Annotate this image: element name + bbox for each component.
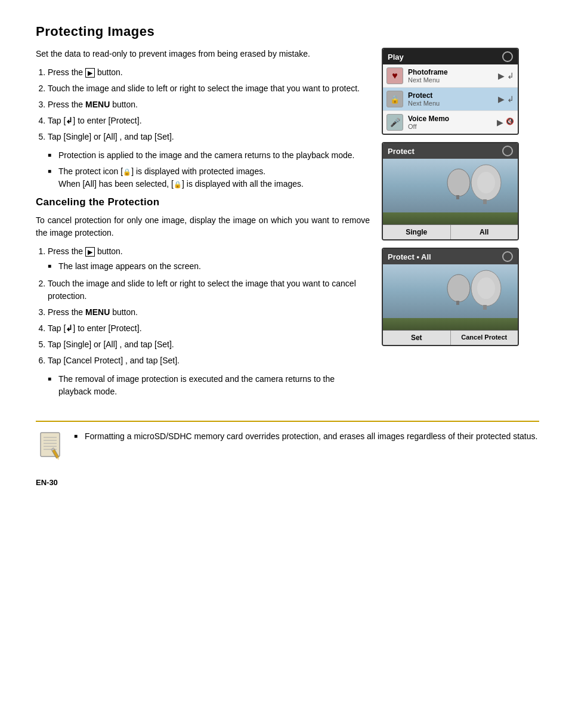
balloon-3 <box>470 269 503 310</box>
ground <box>383 212 518 224</box>
footer: EN-30 <box>36 478 539 487</box>
bullet-1-2: The protect icon [🔒] is displayed with p… <box>48 165 370 190</box>
step-1-4: Tap [↲] to enter [Protect]. <box>48 115 370 127</box>
photoframe-label: Photoframe <box>408 68 498 76</box>
bullets-list-2: The removal of image protection is execu… <box>48 373 370 398</box>
svg-rect-4 <box>456 195 459 199</box>
step-2-2: Touch the image and slide to left or rig… <box>48 277 370 303</box>
play-menu-row-3: 🎤 Voice Memo Off ▶ 🔇 <box>383 111 518 134</box>
play-menu-title: Play <box>388 53 404 61</box>
svg-point-1 <box>477 172 495 193</box>
step-1-1: Press the ▶ button. <box>48 66 370 79</box>
photoframe-arrows: ▶ ↲ <box>498 71 514 81</box>
bullet-screen: The last image appears on the screen. <box>48 260 370 273</box>
voice-memo-sub: Off <box>408 123 497 130</box>
step-1-3: Press the MENU button. <box>48 98 370 111</box>
step-2-5: Tap [Single] or [All] , and tap [Set]. <box>48 338 370 351</box>
step-2-3: Press the MENU button. <box>48 306 370 319</box>
svg-point-3 <box>447 169 470 196</box>
play-button-symbol-2: ▶ <box>85 247 95 257</box>
note-bullets: Formatting a microSD/SDHC memory card ov… <box>74 430 539 446</box>
steps-list-1: Press the ▶ button. Touch the image and … <box>48 66 370 143</box>
protect-label: Protect <box>408 91 498 100</box>
play-menu-row-2: 🔒 Protect Next Menu ▶ ↲ <box>383 88 518 111</box>
protect-screenshot: Protect <box>382 142 519 240</box>
svg-rect-7 <box>483 305 487 310</box>
svg-rect-9 <box>456 301 459 305</box>
protect-all-screenshot: Protect • All <box>382 248 519 346</box>
protect-all-header: Protect • All <box>383 249 518 264</box>
protect-icon: 🔒 <box>386 91 403 107</box>
set-button[interactable]: Set <box>383 331 451 345</box>
step-2-1: Press the ▶ button. The last image appea… <box>48 245 370 273</box>
protect-menu-title: Protect <box>388 147 415 156</box>
menu-circle-icon <box>502 51 513 62</box>
protect-circle-icon <box>502 146 513 156</box>
page-number: EN-30 <box>36 478 58 487</box>
photoframe-sub: Next Menu <box>408 76 498 84</box>
note-icon <box>36 430 66 460</box>
play-menu-header: Play <box>383 49 518 64</box>
voice-memo-text: Voice Memo Off <box>408 115 497 130</box>
bullets-list-1: Protection is applied to the image and t… <box>48 149 370 190</box>
note-text: Formatting a microSD/SDHC memory card ov… <box>74 430 539 443</box>
bullet-2-1: The removal of image protection is execu… <box>48 373 370 398</box>
section2-title: Canceling the Protection <box>36 196 370 208</box>
left-column: Set the data to read-only to prevent ima… <box>36 48 370 403</box>
step-2-4: Tap [↲] to enter [Protect]. <box>48 322 370 335</box>
balloon-2 <box>446 168 471 200</box>
play-menu-row-1: ♥ Photoframe Next Menu ▶ ↲ <box>383 64 518 88</box>
cancel-intro: To cancel protection for only one image,… <box>36 214 370 239</box>
ground-2 <box>383 318 518 330</box>
svg-rect-2 <box>483 199 487 204</box>
svg-point-8 <box>447 274 470 302</box>
intro-text: Set the data to read-only to prevent ima… <box>36 48 370 60</box>
play-button-symbol: ▶ <box>85 68 95 78</box>
balloon-1 <box>470 164 503 204</box>
photoframe-text: Photoframe Next Menu <box>408 68 498 84</box>
protect-header: Protect <box>383 143 518 159</box>
protect-image-area <box>383 159 518 224</box>
protect-text: Protect Next Menu <box>408 91 498 107</box>
right-column: Play ♥ Photoframe Next Menu ▶ ↲ 🔒 Protec… <box>382 48 519 403</box>
protect-buttons: Single All <box>383 224 518 239</box>
steps-list-2: Press the ▶ button. The last image appea… <box>48 245 370 367</box>
step-2-6: Tap [Cancel Protect] , and tap [Set]. <box>48 354 370 367</box>
bullet-1-1: Protection is applied to the image and t… <box>48 149 370 162</box>
svg-point-6 <box>477 277 495 299</box>
voice-memo-label: Voice Memo <box>408 115 497 123</box>
page-title: Protecting Images <box>36 24 539 39</box>
note-section: Formatting a microSD/SDHC memory card ov… <box>36 421 539 460</box>
step-1-5: Tap [Single] or [All] , and tap [Set]. <box>48 131 370 143</box>
single-button[interactable]: Single <box>383 225 451 239</box>
photoframe-icon: ♥ <box>386 67 403 84</box>
play-menu-screenshot: Play ♥ Photoframe Next Menu ▶ ↲ 🔒 Protec… <box>382 48 519 135</box>
balloon-4 <box>446 273 471 306</box>
protect-all-image-area <box>383 264 518 330</box>
cancel-protect-button[interactable]: Cancel Protect <box>451 331 518 345</box>
protect-sub: Next Menu <box>408 100 498 107</box>
all-button[interactable]: All <box>451 225 518 239</box>
voice-memo-icon: 🎤 <box>386 114 403 131</box>
step-1-2: Touch the image and slide to left or rig… <box>48 82 370 95</box>
protect-all-circle-icon <box>502 251 513 262</box>
voice-memo-arrows: ▶ 🔇 <box>497 118 514 127</box>
protect-all-title: Protect • All <box>388 252 431 261</box>
protect-all-buttons: Set Cancel Protect <box>383 330 518 345</box>
protect-arrows: ▶ ↲ <box>498 94 514 104</box>
